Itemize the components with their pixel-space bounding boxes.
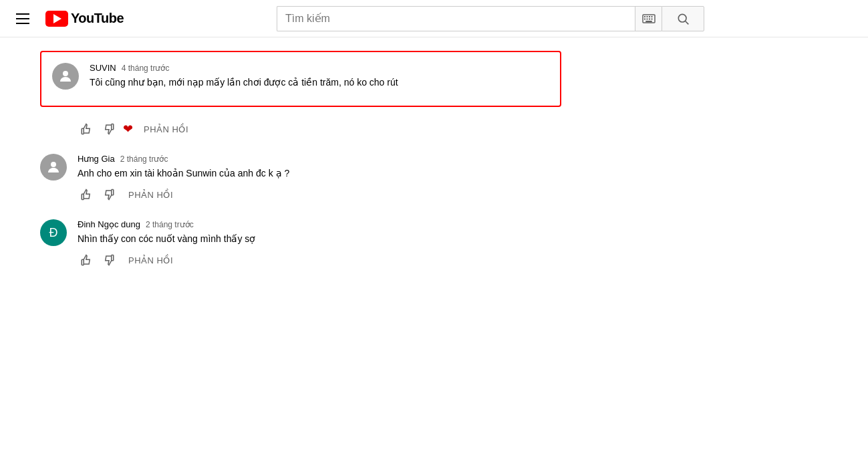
reply-button[interactable]: PHẢN HỒI — [138, 122, 194, 137]
comment-meta: SUVIN 4 tháng trước — [90, 63, 549, 73]
comment-text: Tôi cũng như bạn, mới nạp mấy lần chơi đ… — [90, 76, 549, 90]
comment-actions-row: ❤ PHẢN HỒI — [40, 118, 561, 146]
svg-point-19 — [51, 162, 56, 167]
reply-button[interactable]: PHẢN HỒI — [123, 253, 178, 268]
thumbs-down-icon — [103, 189, 115, 201]
svg-rect-9 — [645, 21, 652, 22]
menu-button[interactable] — [11, 8, 35, 29]
search-button[interactable] — [662, 6, 704, 31]
svg-rect-6 — [646, 18, 647, 19]
comment-body: SUVIN 4 tháng trước Tôi cũng như bạn, mớ… — [90, 63, 549, 95]
svg-rect-5 — [644, 18, 645, 19]
logo-text: YouTube — [71, 11, 124, 26]
person-icon — [45, 159, 61, 175]
comment-body: Hưng Gia 2 tháng trước Anh cho em xin tà… — [78, 154, 561, 203]
avatar: Đ — [40, 219, 67, 246]
avatar — [40, 154, 67, 181]
keyboard-icon — [642, 14, 656, 23]
like-button[interactable] — [78, 186, 95, 203]
heart-icon: ❤ — [123, 122, 133, 136]
comment-text: Anh cho em xin tài khoản Sunwin của anh … — [78, 166, 561, 181]
svg-line-11 — [686, 21, 689, 24]
thumbs-down-icon — [103, 123, 115, 135]
svg-point-10 — [678, 14, 686, 22]
comment-item: Hưng Gia 2 tháng trước Anh cho em xin tà… — [40, 146, 561, 211]
like-button[interactable] — [78, 251, 95, 269]
search-input[interactable] — [277, 6, 635, 31]
person-icon — [57, 68, 74, 84]
comment-actions: PHẢN HỒI — [78, 251, 561, 269]
svg-rect-2 — [646, 16, 647, 17]
comment-time: 4 tháng trước — [122, 64, 170, 73]
svg-rect-1 — [644, 16, 645, 17]
thumbs-down-icon — [103, 254, 115, 266]
avatar — [52, 63, 79, 90]
search-icon — [676, 12, 690, 25]
comment-meta: Đinh Ngọc dung 2 tháng trước — [78, 219, 561, 229]
like-button[interactable] — [78, 120, 95, 138]
comment-actions: PHẢN HỒI — [78, 186, 561, 203]
comment-item: Đ Đinh Ngọc dung 2 tháng trước Nhìn thấy… — [40, 211, 561, 277]
comment-author: Hưng Gia — [78, 154, 115, 164]
comment-author: SUVIN — [90, 63, 116, 73]
comment-author: Đinh Ngọc dung — [78, 219, 140, 229]
dislike-button[interactable] — [100, 186, 118, 203]
comment-text: Nhìn thấy con cóc nuốt vàng mình thấy sợ — [78, 232, 561, 246]
avatar-initial: Đ — [49, 226, 58, 240]
thumbs-up-icon — [80, 123, 92, 135]
comment-meta: Hưng Gia 2 tháng trước — [78, 154, 561, 164]
comment-body: Đinh Ngọc dung 2 tháng trước Nhìn thấy c… — [78, 219, 561, 269]
main-content: SUVIN 4 tháng trước Tôi cũng như bạn, mớ… — [0, 37, 601, 290]
comment-time: 2 tháng trước — [146, 220, 194, 229]
reply-button[interactable]: PHẢN HỒI — [123, 187, 178, 203]
dislike-button[interactable] — [100, 120, 118, 138]
svg-rect-3 — [649, 16, 650, 17]
header: YouTube — [0, 0, 868, 37]
logo-area[interactable]: YouTube — [45, 11, 124, 27]
thumbs-up-icon — [80, 189, 92, 201]
keyboard-button[interactable] — [635, 6, 662, 31]
header-left: YouTube — [11, 8, 124, 29]
highlighted-comment: SUVIN 4 tháng trước Tôi cũng như bạn, mớ… — [40, 51, 561, 107]
youtube-icon — [45, 11, 68, 27]
dislike-button[interactable] — [100, 251, 118, 269]
thumbs-up-icon — [80, 254, 92, 266]
header-center — [257, 6, 724, 31]
svg-point-12 — [63, 71, 68, 76]
svg-rect-8 — [651, 18, 652, 19]
comment-time: 2 tháng trước — [120, 154, 168, 164]
svg-rect-4 — [651, 16, 652, 17]
search-container — [277, 6, 704, 31]
svg-rect-7 — [649, 18, 650, 19]
